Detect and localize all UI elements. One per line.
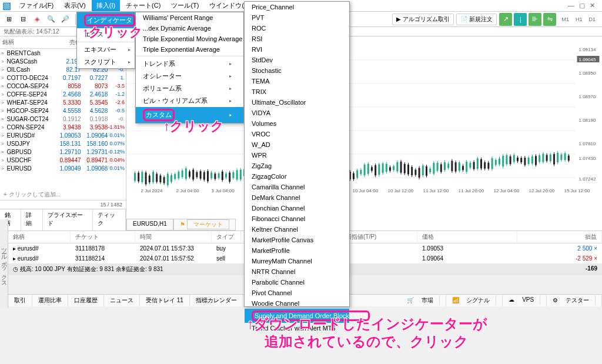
custom-indicator-item[interactable]: StdDev	[245, 55, 349, 65]
custom-indicator-item[interactable]: MarketProfile	[245, 245, 349, 256]
market-tab[interactable]: ⚑ マーケット	[173, 219, 236, 231]
custom-indicator-item[interactable]: Camarilla Channel	[245, 182, 349, 192]
chart-tab[interactable]: EURUSD,H1	[126, 219, 173, 231]
bt-news[interactable]: ニュース	[104, 295, 140, 306]
market-watch-row[interactable]: >COFFE-SEP242.45682.4618-1.2	[0, 90, 126, 98]
custom-indicator-item[interactable]: DeMark Channel	[245, 192, 349, 203]
svg-text:1.07430: 1.07430	[579, 156, 596, 161]
mw-tab-tick[interactable]: ティック	[93, 209, 126, 231]
custom-indicator-item[interactable]: Parabolic Channel	[245, 277, 349, 288]
custom-indicator-item[interactable]: Stochastic	[245, 65, 349, 76]
svg-rect-178	[444, 162, 446, 170]
menu-chart[interactable]: チャート(C)	[121, 0, 165, 11]
tb-green2-icon[interactable]: ⊪	[529, 13, 541, 26]
market-watch-row[interactable]: >USDJPY158.131158.1600.07%	[0, 139, 126, 148]
indicator-item[interactable]: ビル・ウィリアムズ系▸	[136, 95, 243, 107]
custom-indicator-item[interactable]: Ultimate_Oscillator	[245, 97, 349, 108]
market-watch-row[interactable]: >SUGAR-OCT240.19120.1918-0.	[0, 115, 126, 123]
custom-indicator-item[interactable]: RSI	[245, 34, 349, 44]
bt-vps[interactable]: ☁ VPS	[503, 295, 547, 306]
indicator-item[interactable]: Triple Exponential Average	[136, 44, 243, 55]
custom-indicator-item[interactable]: VIDYA	[245, 108, 349, 118]
market-watch-row[interactable]: >COTTO-DEC240.71970.72271.	[0, 74, 126, 82]
svg-rect-214	[510, 156, 511, 164]
custom-indicator-item[interactable]: VROC	[245, 129, 349, 139]
svg-rect-222	[524, 158, 526, 165]
bt-perf[interactable]: 運用比率	[32, 295, 68, 306]
custom-indicator-item[interactable]: ROC	[245, 23, 349, 34]
custom-indicator-item[interactable]: Price_Channel	[245, 2, 349, 12]
custom-indicator-item[interactable]: MarketProfile Canvas	[245, 235, 349, 245]
svg-rect-180	[447, 163, 449, 168]
custom-indicator-item[interactable]: TRIX	[245, 86, 349, 97]
menu-file[interactable]: ファイル(F)	[15, 0, 58, 11]
custom-indicator-item[interactable]: Donchian Channel	[245, 203, 349, 213]
menu-view[interactable]: 表示(V)	[59, 0, 91, 11]
menu-expert[interactable]: エキスパー▸	[77, 44, 135, 56]
custom-indicator-item[interactable]: NRTR Channel	[245, 266, 349, 277]
menu-tools[interactable]: ツール(T)	[166, 0, 203, 11]
custom-indicator-item[interactable]: ZigZag	[245, 161, 349, 171]
indicator-item[interactable]: Triple Exponential Moving Average	[136, 34, 243, 44]
tb-green3-icon[interactable]: ⇋	[543, 13, 556, 26]
custom-indicator-item[interactable]: WPR	[245, 150, 349, 161]
custom-indicator-item[interactable]: RVI	[245, 44, 349, 55]
bt-inbox[interactable]: 受信トレイ 11	[140, 295, 190, 306]
market-watch-row[interactable]: >COCOA-SEP2480588073-3.5	[0, 82, 126, 90]
custom-indicator-item[interactable]: Fibonacci Channel	[245, 213, 349, 224]
indicator-item[interactable]: ボリューム系▸	[136, 82, 243, 95]
market-watch-row[interactable]: >GBPUSD1.297101.29731-0.12%	[0, 148, 126, 156]
bt-signal[interactable]: 📶 シグナル	[446, 295, 503, 306]
mw-tab-board[interactable]: プライスボード	[43, 209, 93, 231]
market-watch-row[interactable]: >HGCOP-SEP244.55584.5628-0.5	[0, 106, 126, 115]
market-watch-add[interactable]: + クリックして追加...	[0, 189, 126, 200]
maximize-icon[interactable]: ▢	[579, 2, 585, 9]
indicator-item[interactable]: オシレーター▸	[136, 70, 243, 82]
compass-icon[interactable]: ◈	[32, 14, 42, 25]
custom-indicator-item[interactable]: Volumes	[245, 118, 349, 129]
custom-indicator-item[interactable]: W_AD	[245, 139, 349, 150]
market-watch-row[interactable]: >USDCHF0.894470.894710.04%	[0, 156, 126, 164]
custom-indicator-item[interactable]: TEMA	[245, 76, 349, 86]
bt-tester[interactable]: ⚙ テスター	[547, 295, 602, 306]
toolbox-sidebar[interactable]: ツールボックス	[0, 219, 8, 308]
custom-indicator-item[interactable]: Pivot Channel	[245, 288, 349, 298]
svg-rect-22	[159, 175, 161, 182]
bt-calendar[interactable]: 指標カレンダー	[190, 295, 243, 306]
menu-script[interactable]: スクリプト▸	[77, 56, 135, 68]
market-watch-row[interactable]: >EURUSD#1.090531.090640.01%	[0, 131, 126, 139]
custom-indicator-item[interactable]: PVT	[245, 12, 349, 23]
bt-history[interactable]: 口座履歴	[68, 295, 104, 306]
svg-rect-232	[542, 153, 544, 162]
custom-indicator-item[interactable]: Keltner Channel	[245, 224, 349, 235]
market-watch-row[interactable]: >EURUSD1.090491.090680.01%	[0, 164, 126, 172]
menu-insert[interactable]: 挿入(I)	[92, 0, 120, 11]
svg-rect-230	[539, 155, 540, 162]
svg-text:1.08190: 1.08190	[579, 118, 596, 123]
tb-green1-icon[interactable]: ↗	[499, 13, 512, 26]
grid2-icon[interactable]: ⊟	[18, 14, 28, 25]
close-icon[interactable]: ✕	[590, 2, 595, 9]
indicator-item[interactable]: ...dex Dynamic Average	[136, 23, 243, 34]
zoom-out-icon[interactable]: 🔎	[60, 14, 71, 25]
custom-indicator-item[interactable]: Woodie Channel	[245, 298, 349, 309]
indicator-item[interactable]: トレンド系▸	[136, 58, 243, 70]
market-watch-row[interactable]: >WHEAT-SEP245.33305.3545-2.6	[0, 98, 126, 106]
indicator-item[interactable]: Williams' Percent Range	[136, 12, 243, 23]
bt-trade[interactable]: 取引	[8, 295, 32, 306]
zoom-in-icon[interactable]: 🔍	[46, 14, 56, 25]
bt-market[interactable]: 🛒 市場	[401, 295, 446, 306]
custom-indicator-item[interactable]: MurreyMath Channel	[245, 256, 349, 266]
col-symbol[interactable]: 銘柄	[0, 36, 54, 48]
svg-rect-238	[553, 154, 555, 165]
custom-indicator-item[interactable]: ZigzagColor	[245, 171, 349, 182]
new-order-button[interactable]: 📄 新規注文	[456, 14, 497, 25]
timeframe-selector[interactable]: M1H1D1	[558, 15, 598, 24]
grid-icon[interactable]: ⊞	[4, 14, 14, 25]
mw-tab-details[interactable]: 詳細	[21, 209, 42, 231]
algo-trading-button[interactable]: ▶ アルゴリズム取引	[392, 14, 454, 25]
minimize-icon[interactable]: —	[568, 2, 574, 9]
tb-teal-icon[interactable]: |	[514, 13, 527, 26]
svg-rect-208	[499, 159, 500, 165]
market-watch-row[interactable]: >CORN-SEP243.94383.9538-1.81%	[0, 123, 126, 131]
